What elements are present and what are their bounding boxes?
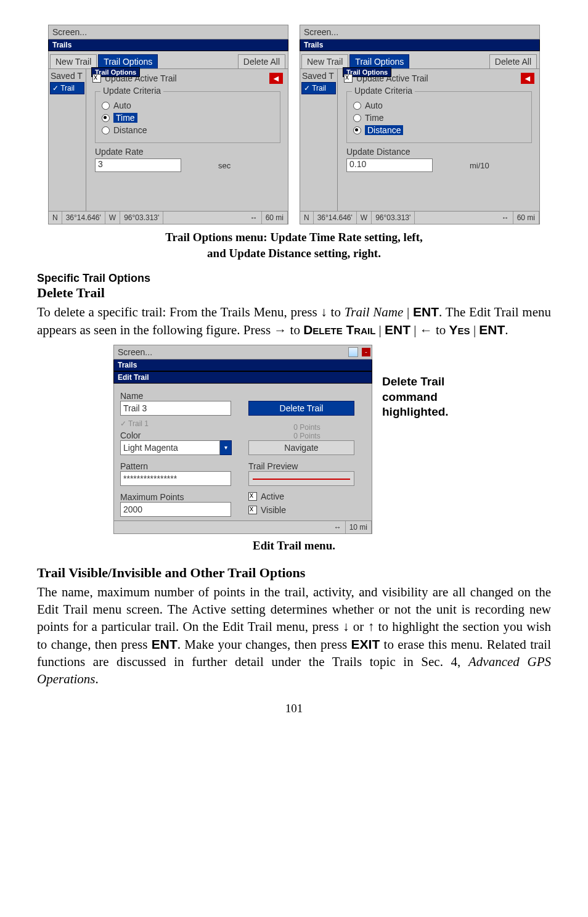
radio-time[interactable]: Time: [353, 113, 525, 123]
status-arrow-icon: ↔: [330, 521, 346, 533]
titlebar-text: Screen...: [49, 27, 91, 37]
color-label: Color: [120, 430, 237, 440]
tab-row-right: New Trail Trail Options Delete All: [300, 51, 540, 69]
update-distance-block: Update Distance 0.10 mi/10: [346, 147, 532, 172]
record-indicator-icon: ◄: [269, 73, 283, 84]
update-distance-label: Update Distance: [346, 147, 532, 157]
update-active-checkbox[interactable]: [344, 74, 353, 83]
saved-label: Saved T: [49, 69, 86, 81]
dropdown-icon[interactable]: ▾: [220, 440, 232, 455]
status-bar-et: ↔ 10 mi: [113, 521, 372, 534]
group-legend: Update Criteria: [100, 86, 163, 96]
edit-trail-panel: Name Trail 3 Delete Trail ✓ Trail 1 Colo…: [113, 384, 372, 521]
heading-trail-visible: Trail Visible/Invisible and Other Trail …: [37, 565, 551, 581]
update-rate-label: Update Rate: [95, 147, 280, 157]
tab-new-trail[interactable]: New Trail: [50, 54, 97, 68]
radio-distance[interactable]: Distance: [353, 125, 525, 135]
ghost-trail-1: ✓ Trail 1: [120, 419, 237, 428]
device-edit-trail: Screen... - Trails Edit Trail Name Trail…: [113, 345, 372, 534]
update-rate-block: Update Rate 3 sec: [95, 147, 280, 172]
tab-delete-all[interactable]: Delete All: [489, 54, 537, 68]
figure-2: Screen... - Trails Edit Trail Name Trail…: [37, 345, 551, 534]
max-points-label: Maximum Points: [120, 492, 237, 502]
status-w: W: [357, 212, 372, 224]
titlebar-text: Screen...: [114, 347, 156, 357]
options-panel-left: Trail Options Update Active Trail ◄ Upda…: [86, 69, 288, 212]
visible-checkbox[interactable]: Visible: [248, 505, 365, 515]
status-bar-right: N 36°14.646' W 96°03.313' ↔ 60 mi: [300, 212, 540, 224]
titlebar-et: Screen... -: [113, 345, 372, 360]
saved-trails-column: Saved T ✓ Trail: [48, 69, 86, 212]
tab-trail-options[interactable]: Trail Options: [349, 54, 409, 68]
status-lon: 96°03.313': [372, 212, 415, 224]
status-scale: 10 mi: [346, 521, 372, 533]
saved-trails-column: Saved T ✓ Trail: [300, 69, 337, 212]
titlebar-left: Screen...: [48, 25, 288, 39]
delete-trail-button[interactable]: Delete Trail: [248, 401, 354, 416]
pattern-input[interactable]: ****************: [120, 471, 231, 486]
trail-chip[interactable]: ✓ Trail: [50, 82, 84, 94]
pattern-label: Pattern: [120, 461, 237, 471]
status-w: W: [105, 212, 120, 224]
tab-row-left: New Trail Trail Options Delete All: [48, 51, 288, 69]
para-trail-visible: The name, maximum number of points in th…: [37, 583, 551, 688]
figure-1-caption: Trail Options menu: Update Time Rate set…: [37, 229, 551, 261]
name-label: Name: [120, 391, 237, 401]
status-n: N: [49, 212, 62, 224]
update-rate-unit: sec: [218, 161, 231, 170]
trail-preview-label: Trail Preview: [248, 461, 365, 471]
name-input[interactable]: Trail 3: [120, 401, 231, 416]
edit-trail-header: Edit Trail: [113, 371, 372, 384]
options-panel-right: Trail Options Update Active Trail ◄ Upda…: [337, 69, 540, 212]
update-criteria-group: Update Criteria Auto Time Distance: [95, 91, 280, 143]
status-arrow-icon: ↔: [498, 212, 513, 224]
radio-auto[interactable]: Auto: [102, 101, 274, 110]
status-scale: 60 mi: [262, 212, 288, 224]
device-right: Screen... Trails New Trail Trail Options…: [300, 25, 540, 224]
color-select[interactable]: Light Magenta: [120, 440, 220, 455]
record-indicator-icon: ◄: [521, 73, 534, 84]
callout-delete-trail: Delete Trail command highlighted.: [382, 374, 475, 420]
update-active-checkbox[interactable]: [92, 74, 101, 83]
update-criteria-group: Update Criteria Auto Time Distance: [346, 91, 532, 143]
section-specific-trail-options: Specific Trail Options: [37, 272, 551, 285]
tab-trail-options[interactable]: Trail Options: [98, 54, 158, 68]
radio-time[interactable]: Time: [102, 113, 274, 123]
status-scale: 60 mi: [513, 212, 539, 224]
trail-preview: [248, 471, 354, 486]
status-lat: 36°14.646': [62, 212, 105, 224]
active-checkbox[interactable]: Active: [248, 491, 365, 501]
saved-label: Saved T: [300, 69, 337, 81]
navigate-button[interactable]: Navigate: [248, 440, 354, 455]
figure-2-caption: Edit Trail menu.: [37, 538, 551, 554]
page-number: 101: [37, 702, 551, 715]
update-distance-unit: mi/10: [470, 161, 489, 170]
status-arrow-icon: ↔: [247, 212, 262, 224]
update-rate-input[interactable]: 3: [95, 158, 181, 172]
window-indicator-icon: [348, 347, 358, 357]
status-lat: 36°14.646': [314, 212, 357, 224]
ghost-points-1: 0 Points: [248, 423, 365, 432]
trails-header-left: Trails: [48, 39, 288, 51]
trails-header-right: Trails: [300, 39, 540, 51]
update-distance-input[interactable]: 0.10: [346, 158, 433, 172]
group-legend: Update Criteria: [352, 86, 415, 96]
status-lon: 96°03.313': [120, 212, 163, 224]
device-left: Screen... Trails New Trail Trail Options…: [48, 25, 288, 224]
ghost-points-2: 0 Points: [248, 432, 365, 440]
status-bar-left: N 36°14.646' W 96°03.313' ↔ 60 mi: [48, 212, 288, 224]
status-n: N: [300, 212, 314, 224]
para-delete-trail: To delete a specific trail: From the Tra…: [37, 303, 551, 339]
radio-auto[interactable]: Auto: [353, 101, 525, 110]
radio-distance[interactable]: Distance: [102, 125, 274, 135]
figure-1: Screen... Trails New Trail Trail Options…: [37, 25, 551, 224]
tab-new-trail[interactable]: New Trail: [301, 54, 348, 68]
trail-chip[interactable]: ✓ Trail: [301, 82, 336, 94]
trails-header-et: Trails: [113, 360, 372, 371]
titlebar-text: Screen...: [300, 27, 342, 37]
titlebar-right: Screen...: [300, 25, 540, 39]
close-icon[interactable]: -: [362, 348, 370, 356]
tab-delete-all[interactable]: Delete All: [238, 54, 285, 68]
max-points-input[interactable]: 2000: [120, 502, 231, 517]
heading-delete-trail: Delete Trail: [37, 285, 551, 301]
